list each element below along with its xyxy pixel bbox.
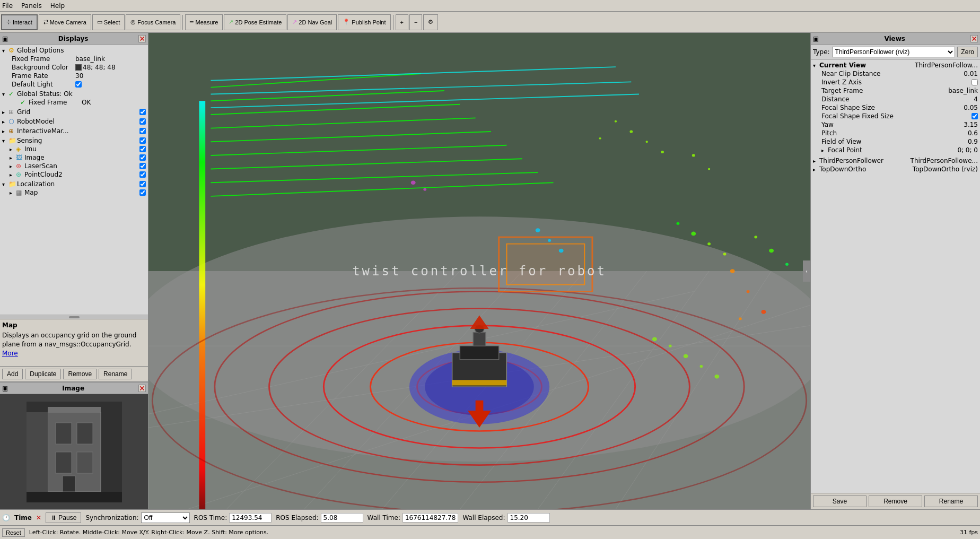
scroll-area[interactable] [0,315,148,319]
current-view-row[interactable]: ▾ Current View ThirdPersonFollow... [812,61,979,69]
interactive-marker-checkbox[interactable] [139,128,146,134]
image-checkbox[interactable] [139,154,146,161]
center-viewport[interactable]: twist controller for robot ‹ [148,33,810,509]
focus-camera-button[interactable]: ◎ Focus Camera [126,14,180,30]
pitch-value[interactable]: 0.6 [968,129,978,137]
menu-panels[interactable]: Panels [21,2,42,10]
views-rename-button[interactable]: Rename [924,495,978,507]
views-type-select[interactable]: ThirdPersonFollower (rviz) [832,47,956,57]
map-checkbox[interactable] [139,189,146,196]
interactive-marker-arrow[interactable]: ▸ [2,128,8,134]
focal-shape-fixed-row[interactable]: Focal Shape Fixed Size [812,112,979,120]
localization-row[interactable]: ▾ 📁 Localization [1,180,147,188]
near-clip-value[interactable]: 0.01 [964,70,978,77]
menu-help[interactable]: Help [50,2,65,10]
menu-file[interactable]: File [2,2,13,10]
sensing-arrow[interactable]: ▾ [2,138,8,144]
grid-arrow[interactable]: ▸ [2,109,8,115]
interact-button[interactable]: ⊹ Interact [1,14,38,30]
measure-button[interactable]: ━ Measure [185,14,223,30]
viewport-toggle-button[interactable]: ‹ [803,260,810,282]
current-view-arrow[interactable]: ▾ [813,63,819,68]
imu-arrow[interactable]: ▸ [10,146,16,152]
global-status-row[interactable]: ▾ ✓ Global Status: Ok [1,90,147,98]
nav-goal-button[interactable]: ↗ 2D Nav Goal [287,14,337,30]
status-reset-button[interactable]: Reset [2,528,25,537]
target-frame-value[interactable]: base_link [948,87,978,94]
rename-button[interactable]: Rename [99,369,132,379]
point-cloud-row[interactable]: ▸ ⊛ PointCloud2 [1,170,147,179]
interactive-marker-row[interactable]: ▸ ⊕ InteractiveMar... [1,127,147,135]
yaw-row[interactable]: Yaw 3.15 [812,120,979,129]
sensing-row[interactable]: ▾ 📁 Sensing [1,136,147,145]
grid-row[interactable]: ▸ ⊞ Grid [1,108,147,116]
image-arrow[interactable]: ▸ [10,155,16,161]
default-light-checkbox[interactable] [75,81,82,88]
time-close-icon[interactable]: ✕ [36,514,41,521]
grid-checkbox[interactable] [139,109,146,115]
toolbar-minus-button[interactable]: − [409,14,422,30]
focal-point-row[interactable]: ▸ Focal Point 0; 0; 0 [812,146,979,154]
robot-model-row[interactable]: ▸ ⬡ RobotModel [1,117,147,126]
map-desc-more-link[interactable]: More [2,350,18,357]
laser-scan-row[interactable]: ▸ ⊛ LaserScan [1,162,147,170]
views-remove-button[interactable]: Remove [869,495,922,507]
toolbar-plus-button[interactable]: + [396,14,408,30]
views-close-button[interactable]: ✕ [970,35,978,42]
remove-button[interactable]: Remove [63,369,97,379]
invert-z-row[interactable]: Invert Z Axis [812,78,979,86]
focal-shape-size-value[interactable]: 0.05 [964,104,978,111]
localization-checkbox[interactable] [139,181,146,187]
target-frame-row[interactable]: Target Frame base_link [812,86,979,95]
global-options-arrow[interactable]: ▾ [2,48,8,54]
robot-model-checkbox[interactable] [139,118,146,125]
map-arrow[interactable]: ▸ [10,190,16,196]
field-of-view-value[interactable]: 0.9 [968,138,978,145]
near-clip-row[interactable]: Near Clip Distance 0.01 [812,69,979,78]
yaw-value[interactable]: 3.15 [964,121,978,128]
toolbar-settings-button[interactable]: ⚙ [423,14,438,30]
focal-shape-size-row[interactable]: Focal Shape Size 0.05 [812,103,979,112]
fixed-frame-label: Fixed Frame [12,55,75,63]
pause-button[interactable]: ⏸ Pause [46,512,81,523]
field-of-view-row[interactable]: Field of View 0.9 [812,137,979,146]
fixed-frame-value[interactable]: base_link [75,55,105,63]
map-row[interactable]: ▸ ▦ Map [1,188,147,197]
invert-z-checkbox[interactable] [972,79,978,85]
point-cloud-arrow[interactable]: ▸ [10,172,16,178]
image-panel-close-button[interactable]: ✕ [138,385,146,392]
imu-row[interactable]: ▸ ◈ Imu [1,145,147,153]
focal-point-arrow[interactable]: ▸ [821,147,828,153]
laser-scan-arrow[interactable]: ▸ [10,163,16,169]
views-save-button[interactable]: Save [813,495,867,507]
add-button[interactable]: Add [2,369,23,379]
bg-color-swatch[interactable] [75,64,82,71]
pose-estimate-button[interactable]: ↗ 2D Pose Estimate [224,14,286,30]
select-button[interactable]: ▭ Select [92,14,125,30]
localization-arrow[interactable]: ▾ [2,181,8,187]
frame-rate-value[interactable]: 30 [75,72,83,80]
laser-scan-checkbox[interactable] [139,163,146,169]
robot-model-arrow[interactable]: ▸ [2,119,8,125]
sync-select[interactable]: Off Exact Approximate [141,512,190,523]
sensing-checkbox[interactable] [139,137,146,144]
point-cloud-checkbox[interactable] [139,171,146,178]
displays-close-button[interactable]: ✕ [138,35,146,42]
distance-row[interactable]: Distance 4 [812,95,979,103]
global-status-arrow[interactable]: ▾ [2,91,8,97]
svg-rect-6 [63,476,75,492]
focal-shape-fixed-checkbox[interactable] [972,113,978,119]
pitch-row[interactable]: Pitch 0.6 [812,129,979,137]
top-down-ortho-row[interactable]: ▸ TopDownOrtho TopDownOrtho (rviz) [812,165,979,173]
third-person-follower-row[interactable]: ▸ ThirdPersonFollower ThirdPersonFollowe… [812,157,979,165]
duplicate-button[interactable]: Duplicate [25,369,61,379]
global-options-row[interactable]: ▾ ⚙ Global Options [1,46,147,55]
image-row[interactable]: ▸ 🖼 Image [1,153,147,162]
publish-point-button[interactable]: 📍 Publish Point [338,14,390,30]
move-camera-button[interactable]: ⇄ Move Camera [39,14,91,30]
third-person-follower-arrow[interactable]: ▸ [813,158,819,164]
views-zero-button[interactable]: Zero [957,47,978,57]
distance-value[interactable]: 4 [974,95,978,103]
imu-checkbox[interactable] [139,146,146,152]
top-down-ortho-arrow[interactable]: ▸ [813,167,819,172]
